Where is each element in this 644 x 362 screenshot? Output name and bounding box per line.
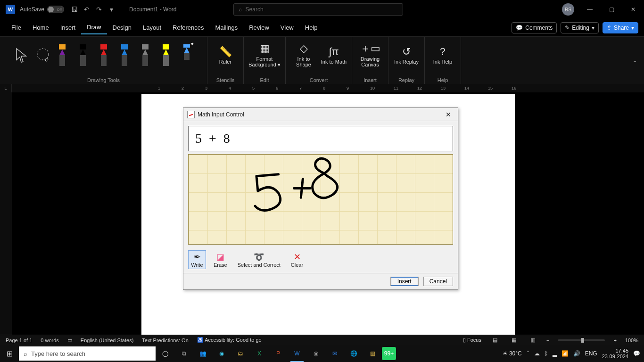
autosave-toggle[interactable]: AutoSave Off xyxy=(20,6,64,13)
tab-references[interactable]: References xyxy=(167,21,209,34)
zoom-in[interactable]: + xyxy=(613,337,616,343)
read-mode-icon[interactable]: ▤ xyxy=(490,337,500,344)
page-info[interactable]: Page 1 of 1 xyxy=(6,337,32,343)
wifi-icon[interactable]: 📶 xyxy=(561,350,569,357)
background-icon: ▦ xyxy=(260,42,270,54)
insert-button[interactable]: Insert xyxy=(390,277,419,286)
editing-mode-button[interactable]: ✎Editing▾ xyxy=(561,22,599,33)
minimize-button[interactable]: ― xyxy=(579,0,601,19)
pen-1[interactable] xyxy=(76,44,90,66)
autosave-label: AutoSave xyxy=(20,6,44,13)
tab-draw[interactable]: Draw xyxy=(81,21,107,34)
outlook-icon[interactable]: ✉ xyxy=(325,345,344,362)
focus-mode[interactable]: ▯ Focus xyxy=(463,337,481,343)
notes-icon[interactable]: ▧ xyxy=(363,345,382,362)
pen-5[interactable] xyxy=(159,44,173,66)
redo-icon[interactable]: ↷ xyxy=(95,6,103,13)
spellcheck-icon[interactable]: ▭ xyxy=(67,337,72,343)
volume-icon[interactable]: 🔊 xyxy=(573,350,580,357)
chrome-icon[interactable]: ◎ xyxy=(306,345,325,362)
share-button[interactable]: ⇪Share▾ xyxy=(603,22,638,33)
undo-icon[interactable]: ↶ xyxy=(83,6,91,13)
pen-4[interactable] xyxy=(138,44,152,66)
pen-0[interactable] xyxy=(55,44,69,66)
word-taskbar-icon[interactable]: W xyxy=(288,345,306,362)
teams-icon[interactable]: 👥 xyxy=(193,345,212,362)
collapse-ribbon-button[interactable]: ⌄ xyxy=(625,37,644,84)
dialog-titlebar[interactable]: Math Input Control ✕ xyxy=(183,108,458,121)
tab-file[interactable]: File xyxy=(6,21,27,34)
accessibility[interactable]: ♿ Accessibility: Good to go xyxy=(197,337,262,343)
zoom-slider[interactable] xyxy=(558,339,605,341)
erase-tool[interactable]: ◪Erase xyxy=(211,250,230,269)
tab-home[interactable]: Home xyxy=(27,21,55,34)
ruler-button[interactable]: 📏Ruler xyxy=(212,39,239,72)
weather[interactable]: ☀ 30°C xyxy=(503,350,522,357)
customize-qat-icon[interactable]: ▾ xyxy=(107,6,115,13)
onedrive-icon[interactable]: ☁ xyxy=(534,350,540,357)
toggle-off-icon[interactable]: Off xyxy=(47,6,64,13)
vertical-ruler[interactable] xyxy=(0,92,12,335)
tab-layout[interactable]: Layout xyxy=(137,21,167,34)
chevron-down-icon: ▾ xyxy=(592,25,594,31)
pen-6[interactable]: ✦ xyxy=(180,44,194,66)
excel-icon[interactable]: X xyxy=(250,345,269,362)
ink-help-button[interactable]: ？Ink Help xyxy=(429,39,456,72)
handwriting-ink xyxy=(189,155,453,245)
word-count[interactable]: 0 words xyxy=(41,337,59,343)
close-button[interactable]: ✕ xyxy=(622,0,644,19)
edge-icon[interactable]: ◉ xyxy=(212,345,231,362)
clock[interactable]: 17:4523-09-2024 xyxy=(602,348,628,359)
print-layout-icon[interactable]: ▦ xyxy=(509,337,519,344)
system-tray: ☀ 30°C ˄ ☁ ᛒ ▂ 📶 🔊 ENG 17:4523-09-2024 💬 xyxy=(503,348,644,359)
ink-canvas[interactable] xyxy=(188,154,453,245)
maximize-button[interactable]: ▢ xyxy=(601,0,622,19)
task-view-icon[interactable]: ⧉ xyxy=(174,345,193,362)
write-tool[interactable]: ✒Write xyxy=(188,250,206,269)
format-background-button[interactable]: ▦Format Background ▾ xyxy=(248,39,281,72)
zoom-level[interactable]: 100% xyxy=(625,337,638,343)
web-layout-icon[interactable]: ▥ xyxy=(528,337,538,344)
pen-2[interactable] xyxy=(97,44,111,66)
tab-view[interactable]: View xyxy=(275,21,299,34)
tab-insert[interactable]: Insert xyxy=(55,21,82,34)
ink-to-math-button[interactable]: ∫πInk to Math xyxy=(321,39,347,72)
browser-icon[interactable]: 🌐 xyxy=(344,345,363,362)
cancel-button[interactable]: Cancel xyxy=(423,277,453,286)
pen-3[interactable] xyxy=(117,44,132,66)
select-tool[interactable] xyxy=(14,47,31,64)
explorer-icon[interactable]: 🗂 xyxy=(231,345,250,362)
ink-to-shape-button[interactable]: ◇Ink to Shape xyxy=(290,39,317,72)
user-avatar[interactable]: RS xyxy=(562,3,574,16)
group-convert: Convert xyxy=(310,77,328,83)
lasso-tool[interactable] xyxy=(34,47,51,64)
select-correct-tool[interactable]: ➰Select and Correct xyxy=(235,250,283,269)
zoom-out[interactable]: − xyxy=(546,337,549,343)
cortana-icon[interactable]: ◯ xyxy=(156,345,174,362)
language-indicator[interactable]: ENG xyxy=(585,350,597,357)
notifications-icon[interactable]: 💬 xyxy=(633,350,640,357)
text-predictions[interactable]: Text Predictions: On xyxy=(142,337,188,343)
horizontal-ruler[interactable]: 12345678910111213141516 xyxy=(12,84,644,92)
start-button[interactable]: ⊞ xyxy=(0,345,19,362)
powerpoint-icon[interactable]: P xyxy=(269,345,288,362)
group-help: Help xyxy=(438,77,448,83)
drawing-canvas-button[interactable]: ＋▭Drawing Canvas xyxy=(357,39,383,72)
bluetooth-icon[interactable]: ᛒ xyxy=(545,350,548,357)
ink-replay-button[interactable]: ↺Ink Replay xyxy=(393,39,420,72)
search-box[interactable]: ⌕ Search xyxy=(233,3,403,16)
dialog-title: Math Input Control xyxy=(198,111,244,118)
comments-button[interactable]: 💬Comments xyxy=(512,22,557,33)
tab-design[interactable]: Design xyxy=(107,21,137,34)
tab-review[interactable]: Review xyxy=(243,21,275,34)
tray-chevron-icon[interactable]: ˄ xyxy=(527,350,529,357)
whatsapp-icon[interactable]: 99+ xyxy=(382,347,396,360)
taskbar-search[interactable]: ⌕Type here to search xyxy=(19,346,156,361)
tab-help[interactable]: Help xyxy=(299,21,323,34)
tab-mailings[interactable]: Mailings xyxy=(210,21,244,34)
clear-tool[interactable]: ✕Clear xyxy=(288,250,306,269)
language[interactable]: English (United States) xyxy=(81,337,134,343)
dialog-close-button[interactable]: ✕ xyxy=(443,111,454,118)
save-icon[interactable]: 🖫 xyxy=(71,6,78,13)
battery-icon[interactable]: ▂ xyxy=(553,350,557,357)
